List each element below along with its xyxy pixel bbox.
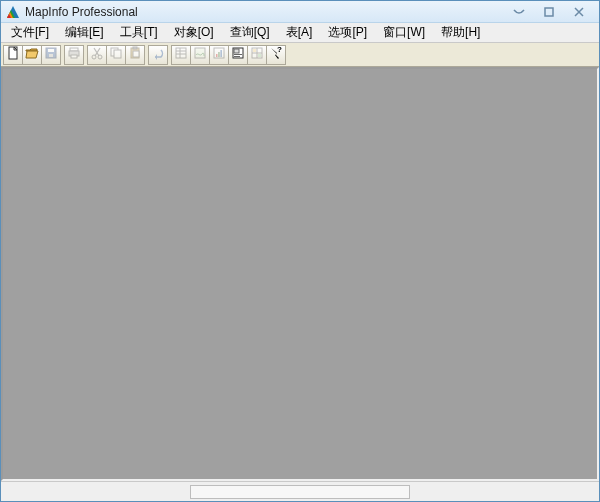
mdi-workspace (1, 67, 599, 481)
svg-rect-33 (234, 56, 240, 57)
svg-point-14 (98, 55, 102, 59)
toolbar-new-browser-button[interactable] (171, 45, 191, 65)
title-bar: MapInfo Professional (1, 1, 599, 23)
menu-tools[interactable]: 工具[T] (112, 22, 166, 43)
svg-rect-9 (49, 54, 53, 57)
menu-object[interactable]: 对象[O] (166, 22, 222, 43)
menu-edit[interactable]: 编辑[E] (57, 22, 112, 43)
copy-icon (109, 46, 123, 63)
maximize-button[interactable] (539, 5, 559, 19)
layout-window-icon (231, 46, 245, 63)
menu-file[interactable]: 文件[F] (3, 22, 57, 43)
minimize-button[interactable] (509, 5, 529, 19)
toolbar-new-grapher-button[interactable] (209, 45, 229, 65)
toolbar-copy-button[interactable] (106, 45, 126, 65)
browser-window-icon (174, 46, 188, 63)
svg-rect-21 (176, 48, 186, 58)
menu-window[interactable]: 窗口[W] (375, 22, 433, 43)
toolbar-new-layout-button[interactable] (228, 45, 248, 65)
menu-bar: 文件[F] 编辑[E] 工具[T] 对象[O] 查询[Q] 表[A] 选项[P]… (1, 23, 599, 43)
menu-table[interactable]: 表[A] (278, 22, 321, 43)
save-icon (44, 46, 58, 63)
svg-text:?: ? (277, 46, 282, 54)
map-window-icon (193, 46, 207, 63)
menu-options[interactable]: 选项[P] (320, 22, 375, 43)
svg-rect-31 (234, 49, 239, 53)
menu-query[interactable]: 查询[Q] (222, 22, 278, 43)
window-title: MapInfo Professional (25, 5, 138, 19)
toolbar-new-mapper-button[interactable] (190, 45, 210, 65)
open-folder-icon (25, 46, 39, 63)
toolbar-new-redistrict-button[interactable] (247, 45, 267, 65)
toolbar: ? (1, 43, 599, 67)
toolbar-open-button[interactable] (22, 45, 42, 65)
status-bar (1, 481, 599, 501)
svg-rect-12 (71, 55, 77, 58)
app-logo-icon (5, 4, 21, 20)
graph-window-icon (212, 46, 226, 63)
svg-rect-27 (216, 54, 218, 57)
svg-rect-19 (133, 51, 139, 57)
svg-rect-28 (218, 52, 220, 57)
svg-rect-18 (133, 47, 137, 49)
toolbar-print-button[interactable] (64, 45, 84, 65)
close-button[interactable] (569, 5, 589, 19)
menu-help[interactable]: 帮助[H] (433, 22, 488, 43)
toolbar-new-button[interactable] (3, 45, 23, 65)
toolbar-save-button[interactable] (41, 45, 61, 65)
svg-rect-16 (114, 50, 121, 58)
svg-rect-4 (545, 8, 553, 16)
toolbar-cut-button[interactable] (87, 45, 107, 65)
svg-rect-32 (234, 54, 242, 55)
app-window: MapInfo Professional 文件[F] 编辑[E] 工具[T] 对… (0, 0, 600, 502)
svg-rect-36 (258, 54, 261, 57)
toolbar-context-help-button[interactable]: ? (266, 45, 286, 65)
toolbar-undo-button[interactable] (148, 45, 168, 65)
new-file-icon (6, 46, 20, 63)
print-icon (67, 46, 81, 63)
window-controls (509, 5, 589, 19)
svg-rect-8 (48, 49, 54, 52)
redistrict-window-icon (250, 46, 264, 63)
svg-point-13 (92, 55, 96, 59)
cut-icon (90, 46, 104, 63)
undo-icon (151, 46, 165, 63)
context-help-icon: ? (269, 46, 283, 63)
svg-marker-20 (155, 54, 157, 60)
toolbar-paste-button[interactable] (125, 45, 145, 65)
paste-icon (128, 46, 142, 63)
status-well (190, 485, 410, 499)
svg-rect-29 (220, 50, 222, 57)
svg-rect-35 (253, 49, 256, 52)
